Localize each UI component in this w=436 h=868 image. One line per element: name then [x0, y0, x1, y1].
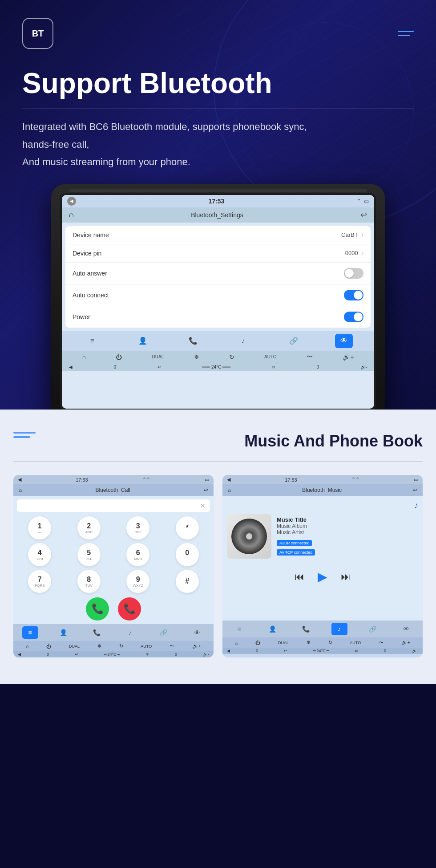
auto-answer-toggle[interactable] — [344, 268, 363, 279]
nav-menu-icon[interactable]: ≡ — [84, 334, 101, 348]
call-nav-link[interactable]: 🔗 — [156, 626, 172, 639]
dial-key-0[interactable]: 0· — [176, 543, 199, 566]
music-nav-eye[interactable]: 👁 — [398, 623, 414, 635]
call-sr-vol[interactable]: 🔊- — [203, 652, 209, 657]
music-sr-back[interactable]: ◀ — [227, 649, 230, 653]
dial-key-1[interactable]: 1— — [28, 516, 51, 539]
music-nav-user[interactable]: 👤 — [265, 623, 281, 635]
call-green-button[interactable]: 📞 — [86, 597, 109, 621]
music-sr-vent[interactable]: ≋ — [355, 649, 358, 653]
vent-icon[interactable]: ≋ — [272, 365, 275, 369]
back-arrow-2[interactable]: ◀ — [69, 365, 73, 369]
power-label: Power — [73, 313, 90, 320]
nav-user-icon[interactable]: 👤 — [134, 334, 152, 348]
auto-connect-toggle[interactable] — [344, 290, 363, 300]
call-red-button[interactable]: 📞 — [118, 597, 141, 621]
power-toggle[interactable] — [344, 312, 363, 322]
music-bb-recirc[interactable]: ↻ — [328, 640, 332, 645]
call-bb-recirc[interactable]: ↻ — [119, 643, 123, 649]
music-bb-vol[interactable]: 🔊+ — [401, 640, 410, 645]
home-icon[interactable]: ⌂ — [69, 210, 74, 219]
return-icon[interactable]: ↩ — [157, 365, 161, 369]
statusbar-right: ⌃ ▭ — [357, 198, 369, 204]
call-nav-menu[interactable]: ≡ — [22, 626, 38, 639]
next-button[interactable]: ⏭ — [341, 571, 351, 583]
call-back-icon[interactable]: ↩ — [204, 487, 208, 493]
zero-1: 0 — [114, 365, 117, 369]
call-bb-auto[interactable]: AUTO — [141, 644, 152, 649]
dial-key-7[interactable]: 7PQRS — [28, 570, 51, 593]
search-clear-icon[interactable]: ✕ — [200, 502, 206, 509]
section2-menu-icon[interactable] — [13, 432, 36, 438]
call-battery: ▭ — [205, 477, 209, 483]
bottom-vol-up[interactable]: 🔊+ — [343, 353, 354, 361]
call-nav-music[interactable]: ♪ — [122, 626, 138, 639]
music-nav-music[interactable]: ♪ — [331, 623, 347, 635]
call-statusbar: ◀ 17:53 ⌃⌃ ▭ — [13, 475, 214, 484]
bottom-power[interactable]: ⏻ — [116, 353, 122, 361]
music-back-icon[interactable]: ↩ — [413, 487, 417, 493]
bottom-snow[interactable]: ❄ — [194, 353, 199, 361]
settings-item-device-pin[interactable]: Device pin 0000 › — [65, 244, 371, 263]
call-sr-vent[interactable]: ≋ — [145, 652, 149, 657]
dial-key-hash[interactable]: # — [176, 570, 199, 593]
titlebar-back-icon[interactable]: ↩ — [360, 210, 367, 220]
screen-back-button[interactable]: ◀ — [67, 197, 76, 206]
dial-key-4[interactable]: 4GHI — [28, 543, 51, 566]
call-bb-power[interactable]: ⏻ — [46, 644, 51, 649]
play-button[interactable]: ▶ — [318, 569, 327, 584]
nav-phone-icon[interactable]: 📞 — [184, 334, 202, 348]
call-home-icon[interactable]: ⌂ — [19, 487, 22, 493]
call-titlebar: ⌂ Bluetooth_Call ↩ — [13, 484, 214, 496]
call-nav-phone[interactable]: 📞 — [89, 626, 105, 639]
menu-icon[interactable] — [398, 31, 414, 36]
bottom-auto[interactable]: AUTO — [264, 354, 277, 359]
music-nav-menu[interactable]: ≡ — [231, 623, 247, 635]
music-sr-vol[interactable]: 🔊- — [412, 649, 418, 653]
dial-key-5[interactable]: 5JKL — [77, 543, 101, 566]
music-bb-home[interactable]: ⌂ — [235, 640, 238, 645]
music-bottom-bar: ⌂ ⏻ DUAL ❄ ↻ AUTO 〜 🔊+ — [222, 637, 423, 648]
bottom-home[interactable]: ⌂ — [82, 353, 86, 361]
nav-link-icon[interactable]: 🔗 — [285, 334, 303, 348]
music-sr-return[interactable]: ↩ — [284, 649, 287, 653]
dial-key-9[interactable]: 9WXYZ — [126, 570, 149, 593]
music-bb-dual[interactable]: DUAL — [278, 641, 289, 645]
call-search-bar[interactable]: ✕ — [17, 499, 210, 512]
settings-item-device-name[interactable]: Device name CarBT › — [65, 226, 371, 244]
music-home-icon[interactable]: ⌂ — [228, 487, 231, 493]
bottom-dual[interactable]: DUAL — [152, 354, 164, 359]
statusbar-time: 17:53 — [209, 198, 225, 205]
call-sr-return[interactable]: ↩ — [75, 652, 78, 657]
call-back-btn[interactable]: ◀ — [18, 477, 21, 483]
dial-key-3[interactable]: 3DEF — [126, 516, 149, 539]
call-bb-wave[interactable]: 〜 — [170, 643, 174, 649]
music-nav-phone[interactable]: 📞 — [298, 623, 314, 635]
call-bb-snow[interactable]: ❄ — [97, 643, 101, 649]
vol-down[interactable]: 🔊- — [360, 365, 367, 369]
nav-music-icon[interactable]: ♪ — [234, 334, 252, 348]
call-bb-home[interactable]: ⌂ — [26, 644, 29, 649]
call-bottom-nav: ≡ 👤 📞 ♪ 🔗 👁 — [13, 624, 214, 641]
prev-button[interactable]: ⏮ — [295, 571, 304, 583]
nav-eye-icon[interactable]: 👁 — [335, 334, 353, 348]
dial-key-6[interactable]: 6MNO — [126, 543, 149, 566]
dial-key-8[interactable]: 8TUV — [77, 570, 101, 593]
call-bb-dual[interactable]: DUAL — [69, 644, 80, 649]
call-nav-eye[interactable]: 👁 — [189, 626, 205, 639]
music-bb-auto[interactable]: AUTO — [350, 641, 361, 645]
dial-key-2[interactable]: 2ABC — [77, 516, 101, 539]
music-bb-wave[interactable]: 〜 — [379, 639, 384, 646]
call-bb-vol[interactable]: 🔊+ — [192, 643, 201, 649]
music-bb-snow[interactable]: ❄ — [307, 640, 311, 645]
call-nav-user[interactable]: 👤 — [56, 626, 72, 639]
bottom-wave[interactable]: 〜 — [307, 353, 313, 361]
dial-key-star[interactable]: * — [176, 516, 199, 539]
music-controls: ⏮ ▶ ⏭ — [227, 566, 418, 588]
music-bb-power[interactable]: ⏻ — [255, 640, 260, 645]
bottom-recirculate[interactable]: ↻ — [229, 353, 234, 361]
call-sr-back[interactable]: ◀ — [18, 652, 21, 657]
music-nav-link[interactable]: 🔗 — [365, 623, 381, 635]
music-back-btn[interactable]: ◀ — [227, 477, 230, 483]
screen-bezel: ◀ 17:53 ⌃ ▭ ⌂ Bluetooth_Settings ↩ — [60, 193, 376, 410]
